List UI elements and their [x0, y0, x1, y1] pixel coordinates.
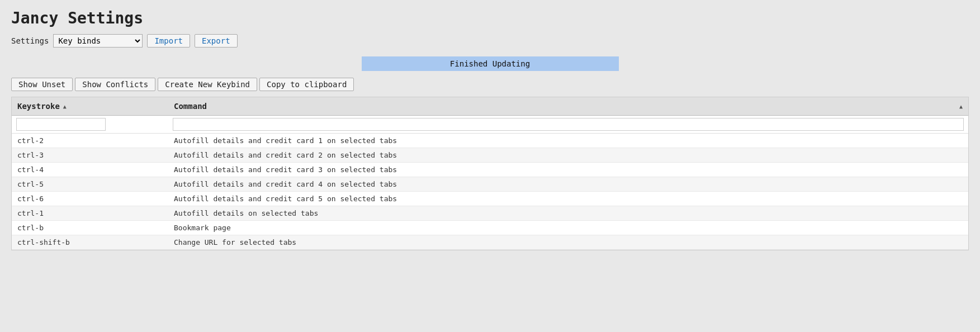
- row-command: Autofill details and credit card 5 on se…: [168, 192, 968, 206]
- table-row[interactable]: ctrl-6Autofill details and credit card 5…: [12, 192, 968, 206]
- row-keystroke: ctrl-5: [12, 177, 168, 191]
- row-command: Autofill details and credit card 4 on se…: [168, 177, 968, 191]
- row-command: Change URL for selected tabs: [168, 235, 968, 249]
- table-row[interactable]: ctrl-4Autofill details and credit card 3…: [12, 163, 968, 177]
- keystroke-header-label: Keystroke: [17, 102, 60, 111]
- table-row[interactable]: ctrl-1Autofill details on selected tabs: [12, 206, 968, 221]
- row-keystroke: ctrl-6: [12, 192, 168, 206]
- command-column-header[interactable]: Command ▲: [168, 99, 968, 113]
- table-header: Keystroke ▲ Command ▲: [12, 97, 968, 116]
- create-new-keybind-button[interactable]: Create New Keybind: [158, 78, 257, 91]
- table-row[interactable]: ctrl-5Autofill details and credit card 4…: [12, 177, 968, 192]
- page-title: Jancy Settings: [11, 9, 969, 27]
- show-unset-button[interactable]: Show Unset: [11, 78, 73, 91]
- row-command: Bookmark page: [168, 221, 968, 235]
- table-row[interactable]: ctrl-3Autofill details and credit card 2…: [12, 148, 968, 163]
- row-command: Autofill details and credit card 3 on se…: [168, 163, 968, 177]
- row-keystroke: ctrl-2: [12, 134, 168, 148]
- row-keystroke: ctrl-3: [12, 148, 168, 162]
- row-keystroke: ctrl-b: [12, 221, 168, 235]
- keystroke-sort-icon: ▲: [63, 103, 67, 110]
- export-button[interactable]: Export: [195, 34, 238, 48]
- filter-row: [12, 116, 968, 134]
- show-conflicts-button[interactable]: Show Conflicts: [75, 78, 155, 91]
- keybinds-table: Keystroke ▲ Command ▲ ctrl-2Autofill det…: [11, 97, 969, 250]
- import-button[interactable]: Import: [147, 34, 190, 48]
- settings-dropdown[interactable]: Key binds General Appearance: [53, 34, 143, 48]
- keystroke-column-header[interactable]: Keystroke ▲: [12, 99, 168, 113]
- row-keystroke: ctrl-1: [12, 206, 168, 220]
- table-row[interactable]: ctrl-bBookmark page: [12, 221, 968, 235]
- table-row[interactable]: ctrl-shift-bChange URL for selected tabs: [12, 235, 968, 250]
- settings-label: Settings: [11, 36, 49, 45]
- toolbar: Show Unset Show Conflicts Create New Key…: [11, 78, 969, 91]
- status-bar: Finished Updating: [362, 56, 619, 71]
- filter-keystroke-input[interactable]: [16, 118, 106, 131]
- row-command: Autofill details on selected tabs: [168, 206, 968, 220]
- row-keystroke: ctrl-shift-b: [12, 235, 168, 249]
- row-keystroke: ctrl-4: [12, 163, 168, 177]
- table-row[interactable]: ctrl-2Autofill details and credit card 1…: [12, 134, 968, 148]
- copy-to-clipboard-button[interactable]: Copy to clipboard: [259, 78, 354, 91]
- command-sort-icon: ▲: [959, 103, 963, 110]
- filter-command-input[interactable]: [173, 118, 964, 131]
- table-rows-container: ctrl-2Autofill details and credit card 1…: [12, 134, 968, 250]
- row-command: Autofill details and credit card 1 on se…: [168, 134, 968, 148]
- row-command: Autofill details and credit card 2 on se…: [168, 148, 968, 162]
- command-header-label: Command: [174, 102, 207, 111]
